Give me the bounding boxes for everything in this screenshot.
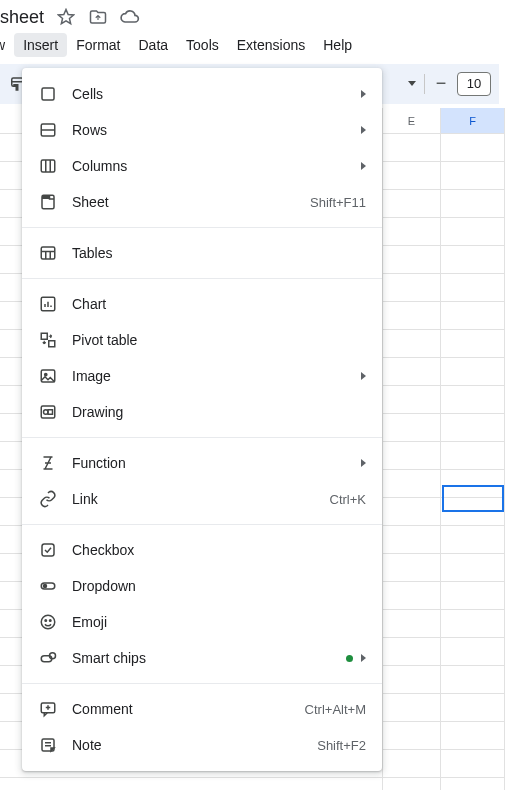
cloud-icon[interactable] bbox=[120, 7, 140, 27]
grid-cell[interactable] bbox=[383, 470, 441, 497]
menubar-item-data[interactable]: Data bbox=[129, 33, 177, 57]
grid-cell[interactable] bbox=[441, 526, 505, 553]
column-header-E[interactable]: E bbox=[383, 108, 441, 133]
menubar-item-w[interactable]: w bbox=[0, 33, 14, 57]
table-row bbox=[0, 778, 505, 790]
grid-cell[interactable] bbox=[441, 442, 505, 469]
menu-item-label: Note bbox=[72, 737, 317, 753]
grid-cell[interactable] bbox=[441, 582, 505, 609]
menu-item-emoji[interactable]: Emoji bbox=[22, 604, 382, 640]
grid-cell[interactable] bbox=[441, 778, 505, 790]
grid-cell[interactable] bbox=[441, 190, 505, 217]
menu-item-drawing[interactable]: Drawing bbox=[22, 394, 382, 430]
grid-cell[interactable] bbox=[383, 162, 441, 189]
submenu-arrow-icon bbox=[361, 90, 366, 98]
grid-cell[interactable] bbox=[383, 414, 441, 441]
grid-cell[interactable] bbox=[441, 722, 505, 749]
grid-cell[interactable] bbox=[441, 750, 505, 777]
menu-separator bbox=[22, 437, 382, 438]
grid-cell[interactable] bbox=[383, 274, 441, 301]
column-header-F[interactable]: F bbox=[441, 108, 505, 133]
grid-cell[interactable] bbox=[441, 134, 505, 161]
menu-item-image[interactable]: Image bbox=[22, 358, 382, 394]
grid-cell[interactable] bbox=[383, 302, 441, 329]
menubar-item-help[interactable]: Help bbox=[314, 33, 361, 57]
grid-cell[interactable] bbox=[441, 358, 505, 385]
menu-item-chart[interactable]: Chart bbox=[22, 286, 382, 322]
grid-cell[interactable] bbox=[383, 358, 441, 385]
grid-cell[interactable] bbox=[383, 442, 441, 469]
insert-menu-dropdown: CellsRowsColumnsSheetShift+F11TablesChar… bbox=[22, 68, 382, 771]
grid-cell[interactable] bbox=[383, 666, 441, 693]
grid-cell[interactable] bbox=[0, 778, 383, 790]
grid-cell[interactable] bbox=[441, 330, 505, 357]
grid-cell[interactable] bbox=[383, 498, 441, 525]
menu-item-dropdown[interactable]: Dropdown bbox=[22, 568, 382, 604]
grid-cell[interactable] bbox=[383, 246, 441, 273]
grid-cell[interactable] bbox=[441, 302, 505, 329]
grid-cell[interactable] bbox=[441, 638, 505, 665]
grid-cell[interactable] bbox=[441, 470, 505, 497]
menu-item-label: Cells bbox=[72, 86, 361, 102]
menu-item-label: Columns bbox=[72, 158, 361, 174]
menu-item-note[interactable]: NoteShift+F2 bbox=[22, 727, 382, 763]
menu-item-rows[interactable]: Rows bbox=[22, 112, 382, 148]
grid-cell[interactable] bbox=[441, 386, 505, 413]
grid-cell[interactable] bbox=[383, 638, 441, 665]
grid-cell[interactable] bbox=[383, 190, 441, 217]
menu-item-label: Image bbox=[72, 368, 361, 384]
menu-item-label: Tables bbox=[72, 245, 366, 261]
grid-cell[interactable] bbox=[441, 694, 505, 721]
menubar-item-insert[interactable]: Insert bbox=[14, 33, 67, 57]
menu-item-tables[interactable]: Tables bbox=[22, 235, 382, 271]
move-icon[interactable] bbox=[88, 7, 108, 27]
svg-point-19 bbox=[45, 373, 47, 375]
grid-cell[interactable] bbox=[383, 722, 441, 749]
doc-title[interactable]: eadsheet bbox=[0, 7, 44, 28]
grid-cell[interactable] bbox=[441, 246, 505, 273]
font-size-input[interactable]: 10 bbox=[457, 72, 491, 96]
menu-item-sheet[interactable]: SheetShift+F11 bbox=[22, 184, 382, 220]
grid-cell[interactable] bbox=[441, 414, 505, 441]
menu-item-cells[interactable]: Cells bbox=[22, 76, 382, 112]
menubar-item-extensions[interactable]: Extensions bbox=[228, 33, 314, 57]
grid-cell[interactable] bbox=[383, 554, 441, 581]
decrease-font-button[interactable]: − bbox=[433, 73, 449, 94]
grid-cell[interactable] bbox=[383, 778, 441, 790]
grid-cell[interactable] bbox=[383, 694, 441, 721]
font-dropdown-icon[interactable] bbox=[408, 81, 416, 86]
grid-cell[interactable] bbox=[441, 274, 505, 301]
star-icon[interactable] bbox=[56, 7, 76, 27]
grid-cell[interactable] bbox=[383, 750, 441, 777]
menu-item-columns[interactable]: Columns bbox=[22, 148, 382, 184]
menu-item-comment[interactable]: CommentCtrl+Alt+M bbox=[22, 691, 382, 727]
columns-icon bbox=[38, 156, 58, 176]
sheet-icon bbox=[38, 192, 58, 212]
grid-cell[interactable] bbox=[383, 582, 441, 609]
grid-cell[interactable] bbox=[383, 218, 441, 245]
grid-cell[interactable] bbox=[441, 666, 505, 693]
menu-item-smart-chips[interactable]: Smart chips bbox=[22, 640, 382, 676]
grid-cell[interactable] bbox=[441, 554, 505, 581]
menubar-item-format[interactable]: Format bbox=[67, 33, 129, 57]
grid-cell[interactable] bbox=[441, 218, 505, 245]
grid-cell[interactable] bbox=[383, 134, 441, 161]
menu-shortcut: Ctrl+K bbox=[330, 492, 366, 507]
grid-cell[interactable] bbox=[383, 610, 441, 637]
grid-cell[interactable] bbox=[441, 162, 505, 189]
grid-cell[interactable] bbox=[383, 330, 441, 357]
menu-item-checkbox[interactable]: Checkbox bbox=[22, 532, 382, 568]
menu-item-label: Sheet bbox=[72, 194, 310, 210]
menu-item-pivot-table[interactable]: Pivot table bbox=[22, 322, 382, 358]
menu-item-function[interactable]: Function bbox=[22, 445, 382, 481]
menubar-item-tools[interactable]: Tools bbox=[177, 33, 228, 57]
menu-item-label: Function bbox=[72, 455, 361, 471]
submenu-arrow-icon bbox=[361, 372, 366, 380]
note-icon bbox=[38, 735, 58, 755]
grid-cell[interactable] bbox=[383, 386, 441, 413]
menu-item-link[interactable]: LinkCtrl+K bbox=[22, 481, 382, 517]
grid-cell[interactable] bbox=[441, 498, 505, 525]
grid-cell[interactable] bbox=[383, 526, 441, 553]
svg-rect-3 bbox=[41, 160, 55, 172]
grid-cell[interactable] bbox=[441, 610, 505, 637]
